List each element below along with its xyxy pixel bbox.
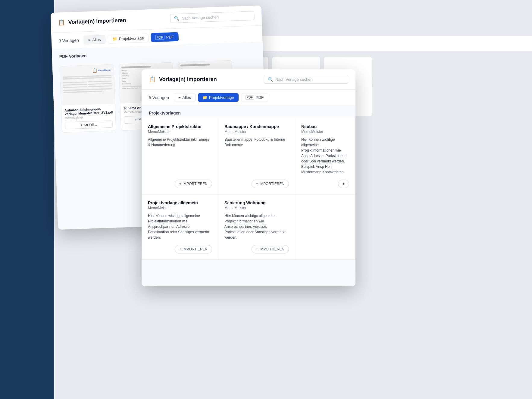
projekt-card-pa-footer: + IMPORTIEREN [148,245,212,253]
projekt-card-neubau: Neubau MemoMeister Hier können wichtige … [295,118,355,194]
filter-alles-btn[interactable]: ≡ Alles [83,35,105,44]
projekt-card-allgemeine-desc: Allgemeine Projektstruktur inkl. Emojis … [148,137,212,175]
pa-importieren-label: IMPORTIEREN [183,247,208,251]
pdf2-filter-icon: PDF [246,95,254,100]
projekt-card-allgemeine: Allgemeine Projektstruktur MemoMeister A… [142,118,218,194]
projekt-card-baumappe-desc: Baustellenmappe, Fotodoku & Interne Doku… [224,137,289,175]
folder2-icon: 📁 [202,95,207,100]
projekt-card-sanierung-author: MemoMeister [224,206,289,210]
pdf-thumb-1-content: 📋 MemoMeister [60,64,115,105]
modal-projekt-search-placeholder[interactable]: Nach Vorlage suchen [275,77,313,82]
sidebar [0,0,54,399]
importieren-label: IMPORTIEREN [183,182,208,186]
filter2-alles-btn[interactable]: ≡ Alles [174,93,196,102]
modal-projekt-filters: 5 Vorlagen ≡ Alles 📁 Projektvorlage PDF … [142,90,355,106]
pdf-card-1-import-btn[interactable]: + IMPOR... [65,120,113,129]
filter-projektvorlage-btn[interactable]: 📁 Projektvorlage [108,33,149,44]
projekt-card-sanierung-title: Sanierung Wohnung [224,200,289,205]
filter2-alles-label: Alles [183,95,191,100]
pa-import-btn[interactable]: + IMPORTIEREN [175,245,212,253]
projekt-card-sanierung-desc: Hier können wichtige allgemeine Projekti… [224,213,289,240]
projekt-card-baumappe: Baumappe / Kundenmappe MemoMeister Baust… [218,118,295,194]
plus-icon-5: + [256,247,258,251]
projekt-cards-grid: Allgemeine Projektstruktur MemoMeister A… [142,118,355,260]
filter2-projektvorlage-label: Projektvorlage [209,95,234,100]
modal-pdf-title: Vorlage(n) importieren [68,16,167,25]
filter-projektvorlage-label: Projektvorlage [119,36,144,41]
modal-projekt-icon: 📋 [149,76,155,83]
projekt-card-neubau-footer: + [301,180,349,188]
modal-projekt-body: Projektvorlagen Allgemeine Projektstrukt… [142,106,355,286]
plus-icon-2: + [256,182,258,186]
search-icon-2: 🔍 [268,77,273,82]
projekt-card-neubau-desc: Hier können wichtige allgemeine Projekti… [301,137,349,175]
pdf-card-1-thumbnail: 📋 MemoMeister [60,64,115,105]
projekt-card-baumappe-footer: + IMPORTIEREN [224,180,289,188]
projekt-card-allgemeine-footer: + IMPORTIEREN [148,180,212,188]
modal-projekt-title: Vorlage(n) importieren [159,76,260,83]
baumappe-import-btn[interactable]: + IMPORTIEREN [252,180,289,188]
pdf-card-1: 📋 MemoMeister [60,64,116,133]
filter-icon: ≡ [88,37,91,42]
modal-pdf-search-container: 🔍 Nach Vorlage suchen [170,11,255,23]
filter2-projektvorlage-btn[interactable]: 📁 Projektvorlage [198,93,239,102]
modal-projekt-search-container: 🔍 Nach Vorlage suchen [264,75,348,84]
folder-icon: 📁 [112,36,117,41]
pdf-card-1-title: Aufmass-Zeichnungen-Vorlage_MemoMeister_… [64,107,112,116]
filter-alles-label: Alles [92,37,101,42]
modal-projekt-count: 5 Vorlagen [149,95,169,100]
projekt-card-sanierung: Sanierung Wohnung MemoMeister Hier könne… [218,194,295,260]
modal-projekt-section-heading: Projektvorlagen [142,106,355,118]
baumappe-importieren-label: IMPORTIEREN [259,182,284,186]
filter2-pdf-label: PDF [256,95,264,100]
projekt-card-pa-author: MemoMeister [148,206,212,210]
projekt-card-pa-desc: Hier können wichtige allgemeine Projekti… [148,213,212,240]
sanierung-importieren-label: IMPORTIEREN [259,247,284,251]
projekt-card-baumappe-author: MemoMeister [224,130,289,134]
modal-pdf-search-placeholder[interactable]: Nach Vorlage suchen [181,14,219,20]
neubau-import-btn[interactable]: + [338,180,349,188]
search-icon: 🔍 [174,16,179,21]
pdf-card-1-info: Aufmass-Zeichnungen-Vorlage_MemoMeister_… [61,104,116,132]
projekt-card-sanierung-footer: + IMPORTIEREN [224,245,289,253]
filter-pdf-btn[interactable]: PDF PDF [151,32,179,42]
plus-icon-4: + [179,247,181,251]
sanierung-import-btn[interactable]: + IMPORTIEREN [252,245,289,253]
plus-icon: + [179,182,181,186]
modal-projekt: 📋 Vorlage(n) importieren 🔍 Nach Vorlage … [142,69,355,286]
projekt-card-neubau-title: Neubau [301,124,349,129]
modal-projekt-header: 📋 Vorlage(n) importieren 🔍 Nach Vorlage … [142,69,355,90]
plus-icon-3: + [343,182,345,186]
modal-pdf-icon: 📋 [58,19,65,26]
projekt-card-projektvorlage-allgemein: Projektvorlage allgemein MemoMeister Hie… [142,194,218,260]
projekt-card-baumappe-title: Baumappe / Kundenmappe [224,124,289,129]
projekt-card-empty [295,194,355,260]
projekt-card-pa-title: Projektvorlage allgemein [148,200,212,205]
projekt-card-allgemeine-title: Allgemeine Projektstruktur [148,124,212,129]
allgemeine-import-btn[interactable]: + IMPORTIEREN [175,180,212,188]
projekt-card-allgemeine-author: MemoMeister [148,130,212,134]
projekt-card-neubau-author: MemoMeister [301,130,349,134]
filter-pdf-label: PDF [166,35,174,39]
modal-pdf-count: 3 Vorlagen [59,38,79,43]
pdf-filter-icon: PDF [155,35,164,40]
filter2-pdf-btn[interactable]: PDF PDF [241,93,268,102]
filter2-icon: ≡ [178,95,181,100]
